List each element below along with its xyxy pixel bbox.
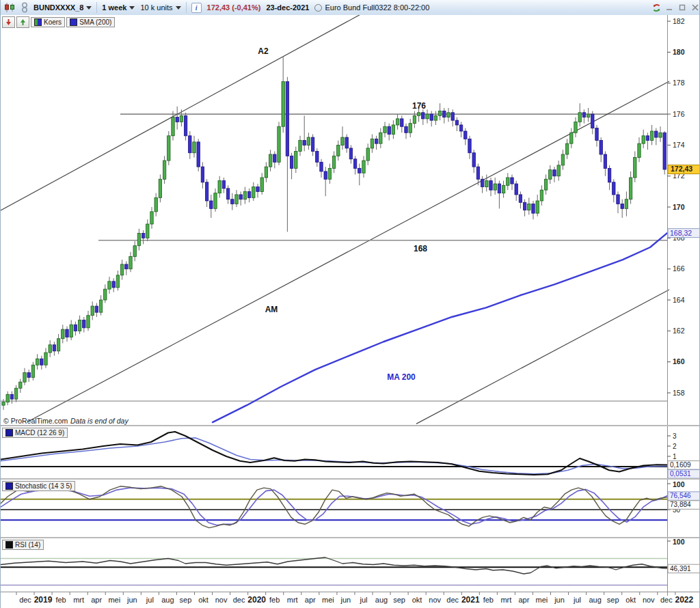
trendline-2 xyxy=(28,81,669,422)
candle-body xyxy=(608,168,610,182)
candle-body xyxy=(243,191,246,199)
stochastic-chart-canvas[interactable]: 1005076,54673,884 xyxy=(1,480,700,537)
link-icon[interactable] xyxy=(21,2,28,13)
candle xyxy=(316,148,319,167)
candle-body xyxy=(53,345,55,351)
candle-body xyxy=(634,158,636,178)
candle xyxy=(528,197,530,215)
candle xyxy=(299,136,301,156)
candle xyxy=(349,145,352,163)
candle xyxy=(341,126,344,150)
session-clock-icon xyxy=(314,4,322,12)
last-price: 172,43 (-0,41%) xyxy=(207,3,261,12)
candle-body xyxy=(278,126,280,162)
time-axis-label: 2019 xyxy=(34,595,53,605)
minimize-icon xyxy=(666,4,673,11)
red-down-arrow-icon xyxy=(5,18,12,26)
close-button[interactable] xyxy=(690,2,700,13)
candle-body xyxy=(184,115,187,135)
minimize-button[interactable] xyxy=(664,2,675,13)
candle-body xyxy=(430,114,433,120)
candle-body xyxy=(337,145,340,156)
maximize-button[interactable] xyxy=(677,2,688,13)
price-axis-label: 176 xyxy=(673,110,685,118)
price-axis-label: 158 xyxy=(673,389,685,397)
candle-body xyxy=(57,339,59,351)
candle-body xyxy=(286,81,288,156)
candle xyxy=(282,57,284,133)
info-button[interactable]: i xyxy=(191,3,202,13)
candle xyxy=(362,156,365,178)
candle-body xyxy=(197,142,200,167)
timeframe-dropdown[interactable]: 1 week xyxy=(102,3,135,12)
candle xyxy=(87,311,90,331)
candle-body xyxy=(222,181,225,189)
macd-legend-chip[interactable]: MACD (12 26 9) xyxy=(2,428,68,438)
candle-body xyxy=(40,359,43,365)
legend-chip-sma[interactable]: SMA (200) xyxy=(66,17,115,27)
toolbar-separator xyxy=(186,2,187,13)
candle-body xyxy=(494,184,496,190)
candle xyxy=(66,327,68,342)
symbol-dropdown[interactable]: BUNDXXXX_8 xyxy=(33,3,92,12)
candle xyxy=(23,368,26,385)
trading-platform-window: { "toolbar": { "symbol": "BUNDXXXX_8", "… xyxy=(0,0,700,608)
candle xyxy=(604,151,606,176)
candle-body xyxy=(642,136,645,143)
candle-body xyxy=(341,137,344,145)
time-axis-label: okt xyxy=(198,596,208,604)
candle xyxy=(561,150,564,169)
candle xyxy=(184,113,187,141)
candle-body xyxy=(379,133,382,143)
candle-body xyxy=(104,289,107,300)
candle xyxy=(269,150,271,171)
candle xyxy=(392,120,394,139)
buy-order-button[interactable] xyxy=(16,16,29,28)
candle-body xyxy=(87,316,90,328)
price-axis-label: 162 xyxy=(673,327,685,335)
rsi-axis-label: 100 xyxy=(673,538,685,546)
time-axis[interactable]: dec2019febmrtaprmeijunjulaugsepoktnovdec… xyxy=(1,592,700,608)
candle xyxy=(405,124,407,139)
rsi-chart-canvas[interactable]: 10046,391 xyxy=(1,538,700,592)
candle-body xyxy=(176,118,178,122)
rsi-panel[interactable]: RSI (14) 10046,391 xyxy=(1,537,700,592)
price-axis-label: 182 xyxy=(673,17,685,25)
candle-body xyxy=(193,142,196,153)
candle-body xyxy=(62,329,64,339)
toolbar-separator xyxy=(96,2,97,13)
candle-body xyxy=(489,181,492,191)
chart-style-icon[interactable] xyxy=(3,3,16,12)
macd-signal-value-tag-label: 0,0531 xyxy=(670,470,691,478)
candle-body xyxy=(66,329,68,337)
price-axis-label: 174 xyxy=(673,141,685,149)
chevron-down-icon xyxy=(129,6,135,10)
candle xyxy=(494,178,496,195)
candle xyxy=(163,156,165,184)
stochastic-legend-chip[interactable]: Stochastic (14 3 5) xyxy=(2,481,75,491)
time-axis-label: jun xyxy=(126,596,137,604)
macd-panel[interactable]: MACD (12 26 9) 3210,16090,0531 xyxy=(1,425,700,478)
macd-chart-canvas[interactable]: 3210,16090,0531 xyxy=(1,426,700,478)
rsi-legend-chip[interactable]: RSI (14) xyxy=(2,540,44,550)
chart-annotation: 176 xyxy=(412,101,426,111)
sell-order-button[interactable] xyxy=(2,16,15,28)
legend-chip-price[interactable]: Koers xyxy=(31,17,65,27)
units-label: 10 k units xyxy=(140,3,172,12)
time-axis-label: 2020 xyxy=(247,595,266,605)
price-chart-panel[interactable]: Koers SMA (200) A2176168AMMA 200© ProRea… xyxy=(1,15,700,425)
candle xyxy=(646,133,649,150)
top-toolbar: BUNDXXXX_8 1 week 10 k units i 172,43 (-… xyxy=(1,0,700,16)
candle-body xyxy=(311,137,314,151)
candle-body xyxy=(646,136,649,141)
candle-body xyxy=(27,373,30,378)
candle-body xyxy=(544,179,547,190)
candle xyxy=(14,385,17,402)
units-dropdown[interactable]: 10 k units xyxy=(140,3,180,12)
candlestick-chart-canvas[interactable]: A2176168AMMA 200© ProRealTime.comData is… xyxy=(1,15,700,425)
stochastic-panel[interactable]: Stochastic (14 3 5) 1005076,54673,884 xyxy=(1,478,700,537)
candle xyxy=(40,356,43,370)
price-series-icon xyxy=(34,18,42,26)
rsi-label: RSI (14) xyxy=(15,541,40,549)
refresh-button[interactable] xyxy=(651,2,662,13)
